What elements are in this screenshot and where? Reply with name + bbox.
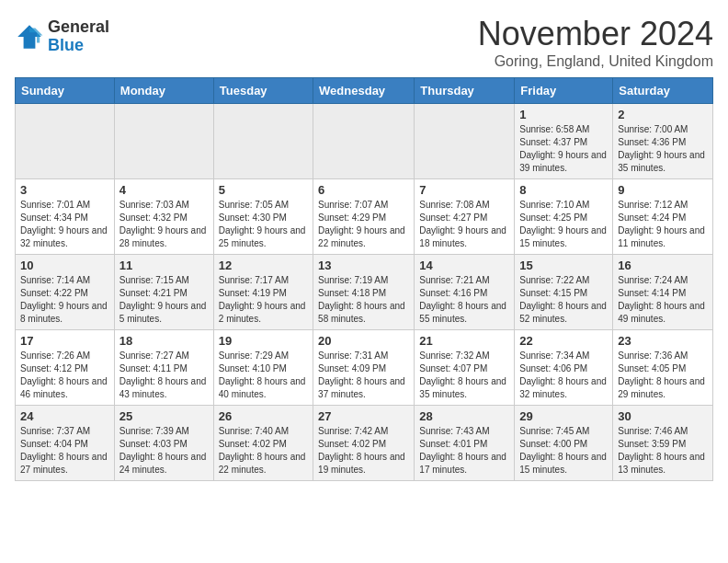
calendar-cell: 26Sunrise: 7:40 AMSunset: 4:02 PMDayligh… <box>213 406 313 481</box>
day-number: 20 <box>318 334 409 348</box>
calendar-cell: 25Sunrise: 7:39 AMSunset: 4:03 PMDayligh… <box>114 406 213 481</box>
calendar-cell: 20Sunrise: 7:31 AMSunset: 4:09 PMDayligh… <box>313 330 415 406</box>
day-info: Sunrise: 6:58 AMSunset: 4:37 PMDaylight:… <box>519 123 608 175</box>
day-number: 22 <box>519 334 608 348</box>
calendar-cell: 15Sunrise: 7:22 AMSunset: 4:15 PMDayligh… <box>515 255 613 330</box>
weekday-header-thursday: Thursday <box>415 78 515 104</box>
day-number: 14 <box>419 259 509 272</box>
weekday-header-tuesday: Tuesday <box>213 78 313 104</box>
day-info: Sunrise: 7:36 AMSunset: 4:05 PMDaylight:… <box>618 350 708 401</box>
day-number: 8 <box>519 183 608 197</box>
calendar-cell <box>114 104 213 179</box>
day-info: Sunrise: 7:15 AMSunset: 4:21 PMDaylight:… <box>119 274 209 326</box>
calendar-cell: 2Sunrise: 7:00 AMSunset: 4:36 PMDaylight… <box>613 104 713 179</box>
day-number: 24 <box>20 409 109 423</box>
calendar-cell <box>16 104 115 179</box>
day-info: Sunrise: 7:39 AMSunset: 4:03 PMDaylight:… <box>119 425 209 477</box>
day-info: Sunrise: 7:08 AMSunset: 4:27 PMDaylight:… <box>419 199 509 250</box>
calendar-cell: 29Sunrise: 7:45 AMSunset: 4:00 PMDayligh… <box>515 406 613 481</box>
day-info: Sunrise: 7:21 AMSunset: 4:16 PMDaylight:… <box>419 274 509 326</box>
calendar-cell: 21Sunrise: 7:32 AMSunset: 4:07 PMDayligh… <box>415 330 515 406</box>
day-info: Sunrise: 7:03 AMSunset: 4:32 PMDaylight:… <box>119 199 209 250</box>
day-info: Sunrise: 7:42 AMSunset: 4:02 PMDaylight:… <box>318 425 409 477</box>
day-number: 7 <box>419 183 509 197</box>
calendar-cell: 12Sunrise: 7:17 AMSunset: 4:19 PMDayligh… <box>213 255 313 330</box>
calendar-cell: 9Sunrise: 7:12 AMSunset: 4:24 PMDaylight… <box>613 179 713 255</box>
day-info: Sunrise: 7:34 AMSunset: 4:06 PMDaylight:… <box>519 350 608 401</box>
day-number: 2 <box>618 108 708 121</box>
calendar-cell: 14Sunrise: 7:21 AMSunset: 4:16 PMDayligh… <box>415 255 515 330</box>
day-number: 11 <box>119 259 209 272</box>
calendar-table: SundayMondayTuesdayWednesdayThursdayFrid… <box>15 77 713 481</box>
logo-text: General Blue <box>48 18 109 55</box>
calendar-cell: 4Sunrise: 7:03 AMSunset: 4:32 PMDaylight… <box>114 179 213 255</box>
day-info: Sunrise: 7:26 AMSunset: 4:12 PMDaylight:… <box>20 350 109 401</box>
logo: General Blue <box>15 18 109 55</box>
calendar-cell: 17Sunrise: 7:26 AMSunset: 4:12 PMDayligh… <box>16 330 115 406</box>
calendar-cell: 28Sunrise: 7:43 AMSunset: 4:01 PMDayligh… <box>415 406 515 481</box>
day-number: 13 <box>318 259 409 272</box>
day-number: 4 <box>119 183 209 197</box>
day-info: Sunrise: 7:40 AMSunset: 4:02 PMDaylight:… <box>219 425 308 477</box>
calendar-cell: 3Sunrise: 7:01 AMSunset: 4:34 PMDaylight… <box>16 179 115 255</box>
day-info: Sunrise: 7:07 AMSunset: 4:29 PMDaylight:… <box>318 199 409 250</box>
calendar-cell: 8Sunrise: 7:10 AMSunset: 4:25 PMDaylight… <box>515 179 613 255</box>
day-info: Sunrise: 7:43 AMSunset: 4:01 PMDaylight:… <box>419 425 509 477</box>
day-info: Sunrise: 7:05 AMSunset: 4:30 PMDaylight:… <box>219 199 308 250</box>
calendar-cell: 7Sunrise: 7:08 AMSunset: 4:27 PMDaylight… <box>415 179 515 255</box>
day-number: 28 <box>419 409 509 423</box>
title-area: November 2024 Goring, England, United Ki… <box>478 15 713 70</box>
day-info: Sunrise: 7:37 AMSunset: 4:04 PMDaylight:… <box>20 425 109 477</box>
day-number: 12 <box>219 259 308 272</box>
logo-icon <box>15 22 44 52</box>
day-info: Sunrise: 7:10 AMSunset: 4:25 PMDaylight:… <box>519 199 608 250</box>
day-number: 30 <box>618 409 708 423</box>
calendar-cell: 30Sunrise: 7:46 AMSunset: 3:59 PMDayligh… <box>613 406 713 481</box>
day-number: 16 <box>618 259 708 272</box>
day-number: 17 <box>20 334 109 348</box>
day-info: Sunrise: 7:29 AMSunset: 4:10 PMDaylight:… <box>219 350 308 401</box>
calendar-cell: 24Sunrise: 7:37 AMSunset: 4:04 PMDayligh… <box>16 406 115 481</box>
day-number: 27 <box>318 409 409 423</box>
calendar-row-1: 3Sunrise: 7:01 AMSunset: 4:34 PMDaylight… <box>16 179 713 255</box>
day-info: Sunrise: 7:12 AMSunset: 4:24 PMDaylight:… <box>618 199 708 250</box>
day-number: 6 <box>318 183 409 197</box>
calendar-cell: 13Sunrise: 7:19 AMSunset: 4:18 PMDayligh… <box>313 255 415 330</box>
day-info: Sunrise: 7:00 AMSunset: 4:36 PMDaylight:… <box>618 123 708 175</box>
day-number: 3 <box>20 183 109 197</box>
day-info: Sunrise: 7:17 AMSunset: 4:19 PMDaylight:… <box>219 274 308 326</box>
logo-general-text: General <box>48 18 109 37</box>
weekday-header-friday: Friday <box>515 78 613 104</box>
day-info: Sunrise: 7:31 AMSunset: 4:09 PMDaylight:… <box>318 350 409 401</box>
calendar-row-4: 24Sunrise: 7:37 AMSunset: 4:04 PMDayligh… <box>16 406 713 481</box>
calendar-cell: 18Sunrise: 7:27 AMSunset: 4:11 PMDayligh… <box>114 330 213 406</box>
calendar-row-0: 1Sunrise: 6:58 AMSunset: 4:37 PMDaylight… <box>16 104 713 179</box>
day-info: Sunrise: 7:45 AMSunset: 4:00 PMDaylight:… <box>519 425 608 477</box>
month-title: November 2024 <box>478 15 713 53</box>
day-number: 29 <box>519 409 608 423</box>
calendar-cell <box>213 104 313 179</box>
calendar-cell: 16Sunrise: 7:24 AMSunset: 4:14 PMDayligh… <box>613 255 713 330</box>
day-number: 23 <box>618 334 708 348</box>
calendar-cell: 23Sunrise: 7:36 AMSunset: 4:05 PMDayligh… <box>613 330 713 406</box>
day-number: 19 <box>219 334 308 348</box>
weekday-header-wednesday: Wednesday <box>313 78 415 104</box>
location: Goring, England, United Kingdom <box>478 53 713 70</box>
weekday-header-sunday: Sunday <box>16 78 115 104</box>
calendar-cell: 10Sunrise: 7:14 AMSunset: 4:22 PMDayligh… <box>16 255 115 330</box>
day-number: 25 <box>119 409 209 423</box>
calendar-cell: 1Sunrise: 6:58 AMSunset: 4:37 PMDaylight… <box>515 104 613 179</box>
calendar-cell: 6Sunrise: 7:07 AMSunset: 4:29 PMDaylight… <box>313 179 415 255</box>
weekday-header-row: SundayMondayTuesdayWednesdayThursdayFrid… <box>16 78 713 104</box>
day-number: 9 <box>618 183 708 197</box>
calendar-row-3: 17Sunrise: 7:26 AMSunset: 4:12 PMDayligh… <box>16 330 713 406</box>
weekday-header-monday: Monday <box>114 78 213 104</box>
day-number: 1 <box>519 108 608 121</box>
calendar-cell: 11Sunrise: 7:15 AMSunset: 4:21 PMDayligh… <box>114 255 213 330</box>
day-info: Sunrise: 7:27 AMSunset: 4:11 PMDaylight:… <box>119 350 209 401</box>
day-number: 5 <box>219 183 308 197</box>
weekday-header-saturday: Saturday <box>613 78 713 104</box>
header: General Blue November 2024 Goring, Engla… <box>15 15 713 70</box>
calendar-cell <box>313 104 415 179</box>
calendar-cell <box>415 104 515 179</box>
